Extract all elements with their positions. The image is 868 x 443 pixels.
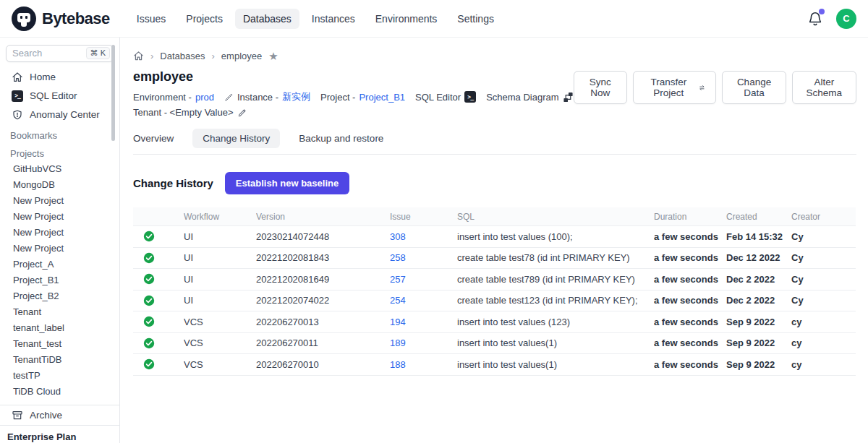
home-icon [12,72,23,83]
notification-bell-icon[interactable] [807,11,823,27]
breadcrumb-separator: › [150,51,153,61]
plan-footer[interactable]: Enterprise Plan [0,425,119,443]
project-item[interactable]: Tenant [0,304,119,319]
sidebar-item-anomaly-center[interactable]: Anomaly Center [0,106,119,124]
sidebar-item-sql-editor[interactable]: >_ SQL Editor [0,87,119,106]
instance-link[interactable]: 新实例 [282,90,310,103]
table-row[interactable]: VCS 202206270011 189 insert into test va… [133,333,856,355]
issue-link[interactable]: 257 [390,274,406,285]
issue-link[interactable]: 254 [390,295,406,306]
issue-link[interactable]: 194 [390,317,406,327]
success-check-icon [143,295,155,306]
change-history-heading: Change History [133,177,213,189]
success-check-icon [143,337,155,349]
project-item[interactable]: Project_A [0,256,119,272]
tab-backup-and-restore[interactable]: Backup and restore [299,129,383,148]
nav-item-environments[interactable]: Environments [367,9,446,29]
col-created: Created [726,212,791,222]
schema-diagram-icon [563,92,574,103]
sidebar-item-home[interactable]: Home [0,68,119,87]
project-item[interactable]: New Project [0,192,119,208]
edit-pencil-icon[interactable] [237,108,247,118]
project-item[interactable]: testTP [0,367,119,383]
notification-badge [819,9,825,14]
project-item[interactable]: Tenant_test [0,335,119,351]
archive-icon [12,410,23,421]
sidebar-scrollbar[interactable] [111,45,115,141]
success-check-icon [143,231,155,242]
issue-link[interactable]: 308 [390,231,406,242]
pen-icon [224,93,234,102]
main-content: › Databases › employee ★ employee Enviro… [120,38,868,443]
project-item[interactable]: tenant_label [0,319,119,335]
sidebar: Search ⌘ K Home >_ SQL Editor Anomaly Ce… [0,38,120,443]
table-row[interactable]: UI 20221202081649 257 create table test7… [133,269,856,291]
issue-link[interactable]: 258 [390,252,406,263]
meta-schema-diagram[interactable]: Schema Diagram [486,92,573,103]
project-item[interactable]: Project_B1 [0,272,119,288]
brand-name: Bytebase [42,9,110,28]
sync-now-button[interactable]: Sync Now [574,71,628,104]
top-navbar: Bytebase Issues Projects Databases Insta… [0,0,868,38]
breadcrumb-databases[interactable]: Databases [160,51,205,61]
user-avatar[interactable]: C [836,9,856,29]
col-duration: Duration [654,212,726,222]
project-item[interactable]: New Project [0,224,119,240]
nav-item-settings[interactable]: Settings [449,9,502,29]
breadcrumb-separator: › [212,51,215,61]
success-check-icon [143,252,155,264]
establish-baseline-button[interactable]: Establish new baseline [225,172,349,194]
search-placeholder: Search [12,48,83,59]
tab-overview[interactable]: Overview [133,129,174,148]
tab-change-history[interactable]: Change History [192,129,280,148]
meta-tenant: Tenant - <Empty Value> [133,107,247,118]
main-nav: Issues Projects Databases Instances Envi… [129,9,502,29]
search-input[interactable]: Search ⌘ K [6,45,114,62]
issue-link[interactable]: 188 [390,359,406,370]
favorite-star-icon[interactable]: ★ [268,51,278,61]
table-row[interactable]: UI 20221202081843 258 create table test7… [133,248,856,270]
transfer-project-button[interactable]: Transfer Project [633,71,716,104]
meta-project: Project - Project_B1 [320,92,405,103]
project-item[interactable]: GitHubVCS [0,160,119,176]
project-item[interactable]: New Project [0,240,119,256]
plan-label: Enterprise Plan [7,431,76,442]
table-row[interactable]: UI 20230214072448 308 insert into test v… [133,226,856,248]
nav-item-instances[interactable]: Instances [304,9,363,29]
database-tabs: Overview Change History Backup and resto… [133,129,856,155]
breadcrumb-employee[interactable]: employee [221,51,262,61]
col-version: Version [256,212,390,222]
home-breadcrumb-icon[interactable] [133,51,144,61]
change-data-button[interactable]: Change Data [722,71,786,104]
project-item[interactable]: New Project [0,208,119,224]
table-row[interactable]: VCS 202206270013 194 insert into test va… [133,311,856,333]
project-item[interactable]: TiDB Cloud [0,383,119,399]
project-link[interactable]: Project_B1 [359,92,405,103]
alter-schema-button[interactable]: Alter Schema [792,71,856,104]
shield-icon [12,109,23,121]
nav-item-databases[interactable]: Databases [235,9,299,29]
meta-sql-editor[interactable]: SQL Editor >_ [415,91,476,103]
projects-section-label: Projects [0,147,119,160]
page-title: employee [133,69,574,85]
col-creator: Creator [791,212,856,222]
search-shortcut-badge: ⌘ K [86,47,110,59]
bytebase-logo[interactable]: Bytebase [12,7,110,31]
project-item[interactable]: Project_B2 [0,288,119,304]
project-list: GitHubVCS MongoDB New Project New Projec… [0,160,119,399]
environment-link[interactable]: prod [195,92,214,103]
sql-editor-icon: >_ [464,91,476,103]
table-row[interactable]: UI 20221202074022 254 create table test1… [133,291,856,312]
transfer-arrows-icon [698,82,706,93]
bytebase-logo-icon [12,7,36,31]
project-item[interactable]: MongoDB [0,176,119,192]
sidebar-item-archive[interactable]: Archive [0,405,119,425]
meta-environment: Environment - prod [133,92,214,103]
project-item[interactable]: TenantTiDB [0,351,119,367]
issue-link[interactable]: 189 [390,337,406,348]
success-check-icon [143,316,155,327]
nav-item-issues[interactable]: Issues [129,9,174,29]
nav-item-projects[interactable]: Projects [178,9,231,29]
change-history-table: Workflow Version Issue SQL Duration Crea… [133,207,856,376]
table-row[interactable]: VCS 202206270010 188 insert into test va… [133,354,856,376]
